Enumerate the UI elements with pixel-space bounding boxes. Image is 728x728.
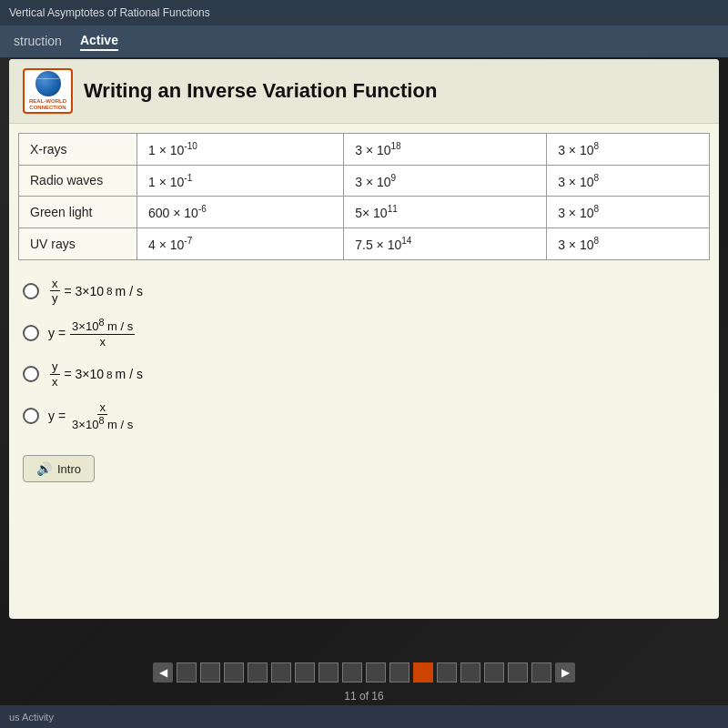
nav-page-7[interactable] [318,662,339,682]
badge-text: REAL-WORLDCONNECTION [29,98,66,110]
nav-page-5[interactable] [271,662,291,682]
cell-col3: 3 × 1018 [344,134,547,166]
cell-name: Radio waves [19,165,137,197]
table-row: Radio waves 1 × 10-1 3 × 109 3 × 108 [19,165,710,197]
cell-col2: 1 × 10-10 [137,134,344,166]
bottom-navigation: ◀ ▶ [0,662,728,682]
nav-page-10[interactable] [389,662,410,682]
radio-option-1[interactable]: x y = 3×108 m / s [23,277,705,306]
cell-col2: 600 × 10-6 [137,197,344,228]
radio-button-3[interactable] [23,366,39,382]
cell-col2: 1 × 10-1 [137,165,344,197]
table-row: Green light 600 × 10-6 5× 1011 3 × 108 [19,197,710,228]
page-title-bar: Vertical Asymptotes of Rational Function… [0,0,728,25]
radio-option-4[interactable]: y = x 3×108 m / s [23,400,705,433]
cell-name: X-rays [19,134,137,166]
nav-page-14[interactable] [484,662,504,682]
nav-page-9[interactable] [366,662,386,682]
fraction-3: y x [50,359,60,389]
nav-page-2[interactable] [200,662,220,682]
nav-page-13[interactable] [460,662,480,682]
fraction-4: x 3×108 m / s [70,400,135,433]
nav-page-4[interactable] [248,662,268,682]
cell-name: Green light [19,197,137,228]
radio-option-2[interactable]: y = 3×108 m / s x [23,317,705,349]
cell-col4: 3 × 108 [547,228,710,259]
cell-name: UV rays [19,228,137,259]
data-table: X-rays 1 × 10-10 3 × 1018 3 × 108 Radio … [18,133,710,260]
next-arrow[interactable]: ▶ [555,662,575,682]
nav-page-11[interactable] [413,662,433,682]
cell-col3: 3 × 109 [344,165,547,197]
prev-arrow[interactable]: ◀ [153,662,173,682]
cell-col4: 3 × 108 [547,197,710,228]
real-world-badge: REAL-WORLDCONNECTION [23,68,73,114]
cell-col2: 4 × 10-7 [137,228,344,259]
bottom-activity-bar: us Activity [0,705,728,728]
radio-option-3[interactable]: y x = 3×108 m / s [23,359,705,389]
speaker-icon: 🔊 [36,461,52,476]
nav-tabs: struction Active [0,25,728,57]
nav-page-6[interactable] [295,662,315,682]
activity-label: us Activity [9,712,54,723]
card-header: REAL-WORLDCONNECTION Writing an Inverse … [9,59,719,124]
intro-button[interactable]: 🔊 Intro [23,455,95,482]
tab-active[interactable]: Active [80,33,118,51]
table-row: UV rays 4 × 10-7 7.5 × 1014 3 × 108 [19,228,710,259]
cell-col3: 5× 1011 [344,197,547,228]
nav-page-15[interactable] [508,662,528,682]
formula-3: y x = 3×108 m / s [48,359,143,389]
card-title: Writing an Inverse Variation Function [84,79,437,103]
nav-page-8[interactable] [342,662,362,682]
radio-button-1[interactable] [23,283,39,299]
nav-page-3[interactable] [224,662,244,682]
formula-4: y = x 3×108 m / s [48,400,136,433]
cell-col4: 3 × 108 [547,134,710,166]
nav-page-1[interactable] [177,662,197,682]
nav-page-12[interactable] [437,662,457,682]
options-section: x y = 3×108 m / s y = 3×108 m / s x [9,269,719,450]
cell-col4: 3 × 108 [547,165,710,197]
fraction-2: 3×108 m / s x [70,317,135,349]
formula-1: x y = 3×108 m / s [48,277,143,306]
formula-2: y = 3×108 m / s x [48,317,136,349]
page-indicator: 11 of 16 [0,690,728,703]
intro-label: Intro [57,462,81,476]
fraction-1: x y [50,277,60,306]
page-title: Vertical Asymptotes of Rational Function… [9,6,210,19]
cell-col3: 7.5 × 1014 [344,228,547,259]
radio-button-4[interactable] [23,408,39,424]
tab-instruction[interactable]: struction [14,34,62,50]
content-card: REAL-WORLDCONNECTION Writing an Inverse … [9,59,719,619]
globe-icon [35,71,61,96]
table-row: X-rays 1 × 10-10 3 × 1018 3 × 108 [19,134,710,166]
radio-button-2[interactable] [23,325,39,341]
nav-page-16[interactable] [531,662,551,682]
